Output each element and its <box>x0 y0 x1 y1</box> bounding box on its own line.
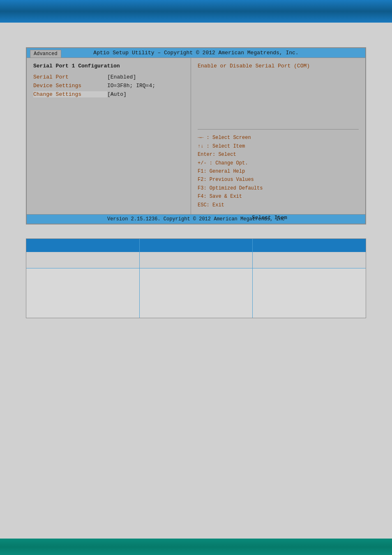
bios-panel: Aptio Setup Utility – Copyright © 2012 A… <box>26 47 366 224</box>
bios-content: Serial Port 1 Configuration Serial Port … <box>27 58 365 214</box>
item-label-device-settings: Device Settings <box>33 83 107 89</box>
nav-text: →← : Select Screen ↑↓ : Select Item Ente… <box>198 134 359 209</box>
item-value-device-settings: IO=3F8h; IRQ=4; <box>107 83 155 89</box>
header-cell-3 <box>253 239 366 252</box>
bios-footer: Version 2.15.1236. Copyright © 2012 Amer… <box>27 214 365 224</box>
row2-cell-1 <box>26 268 140 318</box>
row1-cell-3 <box>253 252 366 268</box>
row2-cell-3 <box>253 268 366 318</box>
second-panel-row2 <box>26 268 366 318</box>
item-label-serial-port: Serial Port <box>33 74 107 80</box>
nav-item-select-screen: →← : Select Screen <box>198 134 359 142</box>
top-bar <box>0 0 392 23</box>
select-item-hint: Select Item <box>252 215 287 221</box>
second-panel-row1 <box>26 252 366 268</box>
nav-item-f1: F1: General Help <box>198 167 359 176</box>
header-cell-2 <box>140 239 253 252</box>
second-panel <box>26 238 366 318</box>
nav-item-f2: F2: Previous Values <box>198 176 359 184</box>
bios-tab[interactable]: Advanced <box>30 50 61 58</box>
list-item[interactable]: Serial Port [Enabled] <box>33 74 184 80</box>
bios-left-panel: Serial Port 1 Configuration Serial Port … <box>27 58 191 214</box>
nav-item-change-opt: +/- : Change Opt. <box>198 159 359 167</box>
nav-item-f3: F3: Optimized Defaults <box>198 184 359 192</box>
help-text: Enable or Disable Serial Port (COM) <box>198 63 359 96</box>
item-value-change-settings: [Auto] <box>107 91 127 97</box>
bios-title-bar: Aptio Setup Utility – Copyright © 2012 A… <box>27 48 365 58</box>
item-label-change-settings: Change Settings <box>33 91 107 97</box>
header-cell-1 <box>26 239 140 252</box>
nav-item-enter: Enter: Select <box>198 150 359 159</box>
item-value-serial-port: [Enabled] <box>107 74 136 80</box>
divider <box>198 129 359 130</box>
row1-cell-1 <box>26 252 140 268</box>
list-item[interactable]: Change Settings [Auto] <box>33 91 184 97</box>
bios-title: Aptio Setup Utility – Copyright © 2012 A… <box>93 50 298 56</box>
row2-cell-2 <box>140 268 253 318</box>
bios-right-panel: Enable or Disable Serial Port (COM) →← :… <box>191 58 365 214</box>
list-item: Device Settings IO=3F8h; IRQ=4; <box>33 83 184 89</box>
section-title: Serial Port 1 Configuration <box>33 63 184 69</box>
second-panel-header <box>26 239 366 252</box>
row1-cell-2 <box>140 252 253 268</box>
nav-item-esc: ESC: Exit <box>198 201 359 209</box>
nav-item-f4: F4: Save & Exit <box>198 192 359 201</box>
bottom-bar <box>0 539 392 555</box>
nav-item-select-item: ↑↓ : Select Item <box>198 142 359 150</box>
